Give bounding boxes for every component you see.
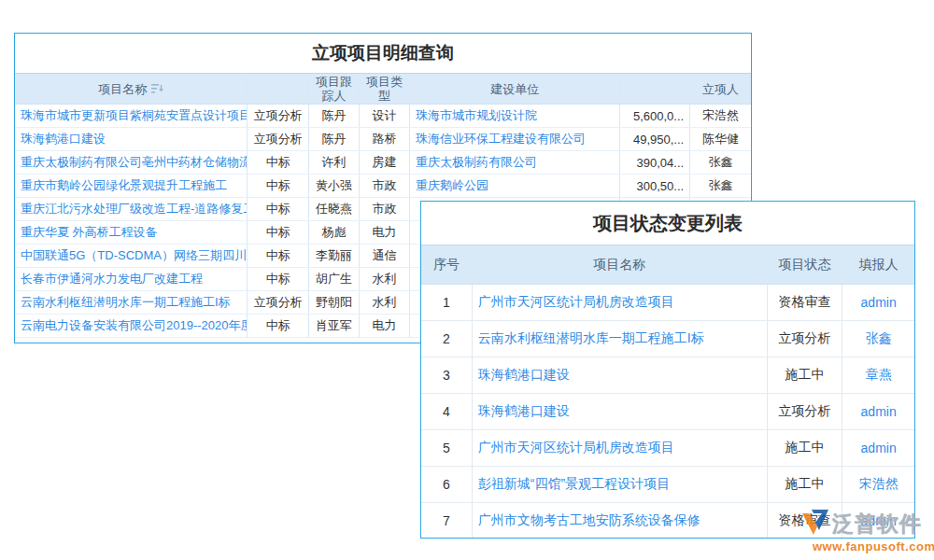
status-change-list-panel: 项目状态变更列表 序号 项目名称 项目状态 填报人 1 广州市天河区统计局机房改… [420,201,915,539]
table-row: 1 广州市天河区统计局机房改造项目 资格审查 admin [421,285,914,321]
project-tracker: 许利 [309,151,360,174]
project-name-link[interactable]: 云南电力设备安装有限公司2019--2020年度劳务 [15,315,248,337]
project-type: 电力 [360,315,410,337]
project-tracker: 任晓燕 [309,198,360,220]
project-status: 中标 [248,198,309,220]
project-name-link[interactable]: 重庆华夏 外高桥工程设备 [15,221,248,244]
table1-header-row: 项目名称 项目跟踪人 项目类型 建设单位 立项人 [15,73,751,105]
project-type: 设计 [360,105,410,127]
project-amount: 300,50... [620,175,690,197]
project-name-link[interactable]: 云南水利枢纽潜明水库一期工程施工I标 [15,291,248,314]
project-tracker: 肖亚军 [309,315,360,337]
sort-descending-icon[interactable] [151,83,163,94]
project-type: 路桥 [360,128,410,150]
project-tracker: 陈丹 [309,128,360,150]
project-status: 立项分析 [248,128,309,150]
project-name-link[interactable]: 彭祖新城“四馆”景观工程设计项目 [473,467,768,502]
project-type: 水利 [360,291,410,314]
row-number: 6 [421,467,473,502]
project-type: 通信 [360,245,410,267]
table1-col-unit: 建设单位 [410,74,620,104]
project-status: 中标 [248,315,309,337]
filler-link[interactable]: admin [842,503,914,539]
project-type: 电力 [360,221,410,244]
table-row: 7 广州市文物考古工地安防系统设备保修 资格审查 admin [421,503,914,539]
watermark-url-text: www.fanpusoft.com [813,539,934,553]
project-name-link[interactable]: 广州市文物考古工地安防系统设备保修 [473,503,768,539]
project-initiator: 宋浩然 [690,105,751,127]
project-amount: 49,950,... [620,128,690,150]
project-name-link[interactable]: 珠海市城市更新项目紫桐苑安置点设计项目 [15,105,248,127]
table-row: 2 云南水利枢纽潜明水库一期工程施工I标 立项分析 张鑫 [421,321,914,357]
table-row: 4 珠海鹤港口建设 立项分析 admin [421,394,914,430]
project-type: 水利 [360,268,410,290]
filler-link[interactable]: admin [842,285,914,320]
project-initiator: 张鑫 [690,151,751,174]
project-name-link[interactable]: 云南水利枢纽潜明水库一期工程施工I标 [473,321,768,357]
filler-link[interactable]: 张鑫 [842,321,914,357]
project-name-link[interactable]: 重庆太极制药有限公司亳州中药材仓储物流基地 [15,151,248,174]
row-number: 2 [421,321,473,357]
table-row: 5 广州市天河区统计局机房改造项目 施工中 admin [421,430,914,467]
table1-col-name-label: 项目名称 [98,82,147,96]
row-number: 1 [421,285,473,320]
project-status: 资格审查 [768,285,843,320]
project-type: 市政 [360,175,410,197]
project-status: 中标 [248,175,309,197]
table-row: 重庆市鹅岭公园绿化景观提升工程施工 中标 黄小强 市政 重庆鹅岭公园 300,5… [15,175,751,198]
table1-col-name: 项目名称 [15,74,248,104]
construction-unit-link[interactable]: 重庆鹅岭公园 [410,175,620,197]
filler-link[interactable]: 宋浩然 [842,467,914,502]
row-number: 5 [421,430,473,466]
construction-unit-link[interactable]: 珠海信业环保工程建设有限公司 [410,128,620,150]
project-name-link[interactable]: 广州市天河区统计局机房改造项目 [473,285,768,320]
project-status: 中标 [248,245,309,267]
table2-col-name: 项目名称 [473,245,768,284]
filler-link[interactable]: admin [842,394,914,429]
project-tracker: 杨彪 [309,221,360,244]
project-tracker: 胡广生 [309,268,360,290]
project-name-link[interactable]: 中国联通5G（TD-SCDMA）网络三期四川工程 [15,245,248,267]
table-row: 珠海鹤港口建设 立项分析 陈丹 路桥 珠海信业环保工程建设有限公司 49,950… [15,128,751,151]
filler-link[interactable]: admin [842,430,914,466]
project-name-link[interactable]: 广州市天河区统计局机房改造项目 [473,430,768,466]
project-name-link[interactable]: 珠海鹤港口建设 [473,394,768,429]
row-number: 7 [421,503,473,539]
project-status: 中标 [248,151,309,174]
row-number: 3 [421,357,473,393]
project-tracker: 陈丹 [309,105,360,127]
project-status: 立项分析 [248,105,309,127]
table-row: 3 珠海鹤港口建设 施工中 章燕 [421,357,914,394]
project-name-link[interactable]: 重庆市鹅岭公园绿化景观提升工程施工 [15,175,248,197]
project-status: 立项分析 [768,394,843,429]
project-status: 施工中 [768,467,843,502]
project-name-link[interactable]: 长春市伊通河水力发电厂改建工程 [15,268,248,290]
table-row: 6 彭祖新城“四馆”景观工程设计项目 施工中 宋浩然 [421,467,914,503]
construction-unit-link[interactable]: 珠海市城市规划设计院 [410,105,620,127]
project-initiator: 陈华健 [690,128,751,150]
table1-col-type: 项目类型 [360,74,410,104]
project-name-link[interactable]: 珠海鹤港口建设 [473,357,768,393]
project-tracker: 野朝阳 [309,291,360,314]
construction-unit-link[interactable]: 重庆太极制药有限公司 [410,151,620,174]
project-type: 市政 [360,198,410,220]
project-type: 房建 [360,151,410,174]
table2-col-status: 项目状态 [768,245,843,284]
page: 立项项目明细查询 项目名称 项目跟踪人 项目类型 建设单位 立项人 [0,0,934,560]
project-name-link[interactable]: 珠海鹤港口建设 [15,128,248,150]
table1-col-initiator: 立项人 [690,74,751,104]
project-status: 施工中 [768,430,843,466]
project-status: 立项分析 [768,321,843,357]
table-row: 重庆太极制药有限公司亳州中药材仓储物流基地 中标 许利 房建 重庆太极制药有限公… [15,151,751,175]
project-name-link[interactable]: 重庆江北污水处理厂级改造工程-道路修复工程 [15,198,248,220]
table1-col-tracker: 项目跟踪人 [309,74,360,104]
filler-link[interactable]: 章燕 [842,357,914,393]
project-amount: 390,04... [620,151,690,174]
table-row: 珠海市城市更新项目紫桐苑安置点设计项目 立项分析 陈丹 设计 珠海市城市规划设计… [15,105,751,128]
table1-col-amount [620,74,690,104]
panel1-title: 立项项目明细查询 [15,34,751,73]
project-status: 立项分析 [248,291,309,314]
project-tracker: 李勤丽 [309,245,360,267]
project-status: 中标 [248,268,309,290]
panel2-title: 项目状态变更列表 [421,202,914,245]
